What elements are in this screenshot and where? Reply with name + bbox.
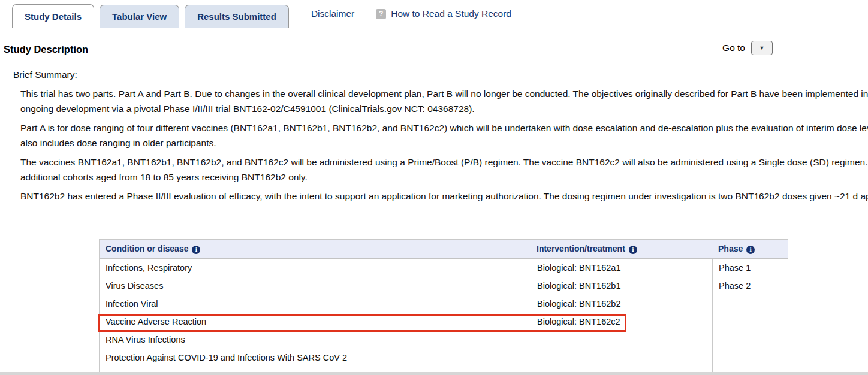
condition-cell: Virus Diseases	[100, 277, 531, 295]
table-body: Infections, Respiratory Biological: BNT1…	[100, 259, 788, 375]
phase-cell	[712, 349, 788, 367]
intervention-cell: Biological: BNT162b1	[531, 277, 712, 295]
info-icon[interactable]: i	[746, 246, 755, 254]
intervention-cell: Biological: BNT162b2	[531, 295, 712, 313]
table-header-row: Condition or diseasei Intervention/treat…	[100, 240, 788, 259]
intervention-cell	[531, 331, 712, 349]
phase-cell	[712, 313, 788, 331]
tab-study-details[interactable]: Study Details	[12, 4, 94, 28]
question-mark-icon: ?	[376, 9, 386, 19]
intervention-cell	[531, 349, 712, 367]
chevron-down-icon: ▼	[760, 45, 765, 51]
column-header-condition: Condition or diseasei	[100, 240, 531, 258]
column-header-intervention: Intervention/treatmenti	[531, 240, 712, 258]
disclaimer-link[interactable]: Disclaimer	[311, 8, 354, 19]
intervention-cell: Biological: BNT162a1	[531, 259, 712, 277]
conditions-table: Condition or diseasei Intervention/treat…	[99, 239, 788, 375]
horizontal-scrollbar[interactable]	[0, 372, 868, 375]
tab-bar: Study Details Tabular View Results Submi…	[0, 0, 868, 28]
summary-paragraph: This trial has two parts. Part A and Par…	[20, 86, 868, 116]
intervention-cell-highlighted: Biological: BNT162c2	[531, 313, 712, 331]
how-to-read-link[interactable]: ? How to Read a Study Record	[376, 8, 511, 19]
how-to-read-label: How to Read a Study Record	[391, 8, 511, 19]
tab-results-submitted[interactable]: Results Submitted	[185, 5, 289, 28]
phase-cell	[712, 295, 788, 313]
info-icon[interactable]: i	[192, 246, 200, 254]
tab-label: Study Details	[25, 11, 82, 22]
info-icon[interactable]: i	[629, 246, 637, 254]
condition-cell: Protection Against COVID-19 and Infectio…	[100, 349, 531, 367]
condition-header-label[interactable]: Condition or disease	[106, 244, 188, 255]
condition-cell: Infections, Respiratory	[100, 259, 531, 277]
phase-cell: Phase 1	[712, 259, 788, 277]
phase-cell	[712, 331, 788, 349]
condition-cell: RNA Virus Infections	[100, 331, 531, 349]
study-description-header: Study Description Go to ▼	[0, 43, 868, 58]
summary-paragraph: BNT162b2 has entered a Phase II/III eval…	[20, 189, 868, 204]
phase-header-label[interactable]: Phase	[718, 244, 743, 255]
goto-group: Go to ▼	[722, 41, 773, 55]
condition-cell: Infection Viral	[100, 295, 531, 313]
brief-summary-text: This trial has two parts. Part A and Par…	[20, 86, 868, 208]
intervention-header-label[interactable]: Intervention/treatment	[537, 244, 625, 255]
condition-cell-highlighted: Vaccine Adverse Reaction	[100, 313, 531, 331]
tab-label: Results Submitted	[197, 11, 276, 22]
brief-summary-label: Brief Summary:	[13, 69, 77, 80]
phase-cell: Phase 2	[712, 277, 788, 295]
page-title: Study Description	[4, 44, 88, 55]
column-header-phase: Phasei	[712, 240, 788, 258]
tab-label: Tabular View	[112, 11, 167, 22]
goto-dropdown-button[interactable]: ▼	[751, 41, 773, 55]
tab-tabular-view[interactable]: Tabular View	[100, 5, 179, 28]
header-links: Disclaimer ? How to Read a Study Record	[311, 4, 511, 28]
goto-label: Go to	[722, 43, 745, 53]
summary-paragraph: Part A is for dose ranging of four diffe…	[20, 120, 868, 150]
summary-paragraph: The vaccines BNT162a1, BNT162b1, BNT162b…	[20, 155, 868, 185]
